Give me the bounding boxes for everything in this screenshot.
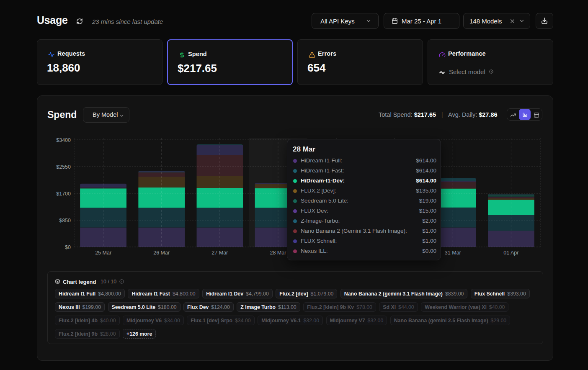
svg-text:$3400: $3400 <box>56 137 71 143</box>
svg-text:$850: $850 <box>59 218 71 224</box>
svg-text:25 Mar: 25 Mar <box>95 250 111 256</box>
svg-text:$0: $0 <box>65 244 71 250</box>
svg-text:31 Mar: 31 Mar <box>445 250 461 256</box>
svg-text:27 Mar: 27 Mar <box>211 250 228 256</box>
svg-text:01 Apr: 01 Apr <box>503 250 518 256</box>
svg-text:$1700: $1700 <box>56 191 71 197</box>
svg-text:28 Mar: 28 Mar <box>270 250 286 256</box>
svg-text:26 Mar: 26 Mar <box>153 250 170 256</box>
svg-text:$2550: $2550 <box>56 164 71 170</box>
